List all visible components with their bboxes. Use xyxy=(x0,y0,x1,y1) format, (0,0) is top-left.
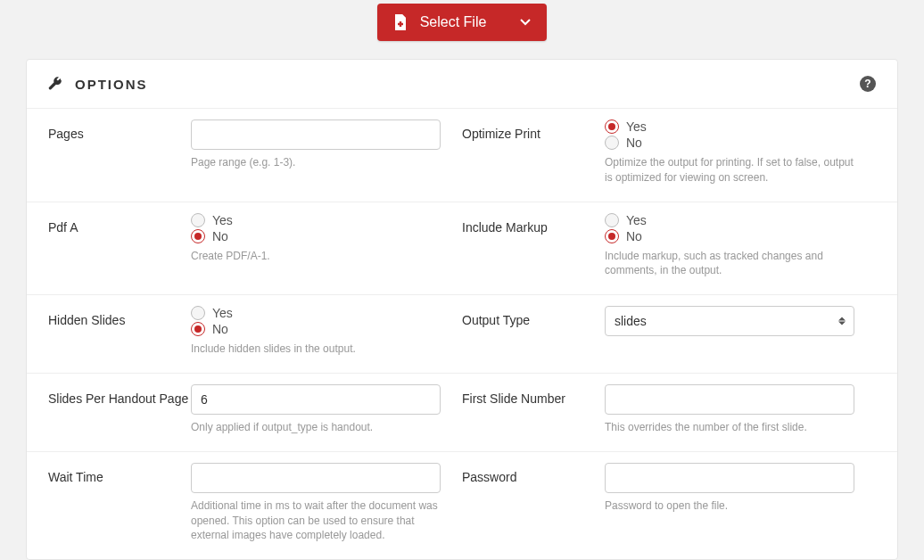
options-panel: OPTIONS ? Pages Page range (e.g. 1-3). O… xyxy=(26,59,898,560)
output-type-label: Output Type xyxy=(462,306,605,357)
row-hidden-outputtype: Hidden Slides Yes No Include hidden slid… xyxy=(27,294,897,373)
radio-label: No xyxy=(626,136,642,150)
radio-label: No xyxy=(212,229,228,243)
radio-label: Yes xyxy=(626,119,647,134)
pdfa-label: Pdf A xyxy=(48,213,191,279)
select-file-section: Select File xyxy=(0,0,924,59)
include-markup-help: Include markup, such as tracked changes … xyxy=(605,249,854,279)
optimize-print-label: Optimize Print xyxy=(462,119,605,185)
select-file-button[interactable]: Select File xyxy=(377,4,548,41)
slides-per-handout-label: Slides Per Handout Page xyxy=(48,384,191,435)
file-add-icon xyxy=(393,14,408,30)
slides-per-handout-input[interactable] xyxy=(191,384,441,415)
help-icon[interactable]: ? xyxy=(860,76,876,92)
pdfa-radio-group: Yes No xyxy=(191,213,441,243)
hidden-slides-label: Hidden Slides xyxy=(48,306,191,357)
radio-icon xyxy=(605,213,619,227)
wait-time-help: Additional time in ms to wait after the … xyxy=(191,498,441,543)
optimize-print-no[interactable]: No xyxy=(605,136,854,150)
hidden-slides-help: Include hidden slides in the output. xyxy=(191,342,441,357)
hidden-slides-no[interactable]: No xyxy=(191,322,441,336)
pages-label: Pages xyxy=(48,119,191,185)
hidden-slides-radio-group: Yes No xyxy=(191,306,441,336)
password-help: Password to open the file. xyxy=(605,498,854,514)
optimize-print-radio-group: Yes No xyxy=(605,119,854,150)
password-input[interactable] xyxy=(605,463,854,493)
row-pages-optimize: Pages Page range (e.g. 1-3). Optimize Pr… xyxy=(27,108,897,202)
radio-icon xyxy=(191,229,205,243)
chevron-down-icon xyxy=(499,19,531,26)
row-waittime-password: Wait Time Additional time in ms to wait … xyxy=(27,451,897,559)
pdfa-yes[interactable]: Yes xyxy=(191,213,441,227)
radio-label: Yes xyxy=(212,306,233,320)
radio-icon xyxy=(191,213,205,227)
first-slide-number-help: This overrides the number of the first s… xyxy=(605,420,854,435)
wait-time-input[interactable] xyxy=(191,463,441,493)
first-slide-number-input[interactable] xyxy=(605,384,854,415)
optimize-print-yes[interactable]: Yes xyxy=(605,119,854,134)
hidden-slides-yes[interactable]: Yes xyxy=(191,306,441,320)
radio-icon xyxy=(605,119,619,134)
options-title: OPTIONS xyxy=(75,77,148,92)
radio-icon xyxy=(191,306,205,320)
wrench-icon xyxy=(48,77,62,91)
row-pdfa-markup: Pdf A Yes No Create PDF/A-1. xyxy=(27,202,897,295)
optimize-print-help: Optimize the output for printing. If set… xyxy=(605,155,854,185)
select-file-label: Select File xyxy=(420,14,487,30)
include-markup-radio-group: Yes No xyxy=(605,213,854,243)
radio-label: Yes xyxy=(626,213,647,227)
first-slide-number-label: First Slide Number xyxy=(462,384,605,435)
options-header: OPTIONS ? xyxy=(27,60,897,108)
radio-icon xyxy=(191,322,205,336)
slides-per-handout-help: Only applied if output_type is handout. xyxy=(191,420,441,435)
output-type-select[interactable]: slides xyxy=(605,306,854,336)
radio-label: No xyxy=(626,229,642,243)
pages-input[interactable] xyxy=(191,119,441,150)
radio-label: No xyxy=(212,322,228,336)
row-handout-firstslide: Slides Per Handout Page Only applied if … xyxy=(27,373,897,451)
pdfa-help: Create PDF/A-1. xyxy=(191,249,441,264)
radio-icon xyxy=(605,136,619,150)
include-markup-label: Include Markup xyxy=(462,213,605,279)
radio-label: Yes xyxy=(212,213,233,227)
password-label: Password xyxy=(462,463,605,543)
include-markup-no[interactable]: No xyxy=(605,229,854,243)
radio-icon xyxy=(605,229,619,243)
pdfa-no[interactable]: No xyxy=(191,229,441,243)
pages-help: Page range (e.g. 1-3). xyxy=(191,155,441,170)
svg-rect-1 xyxy=(398,23,403,25)
include-markup-yes[interactable]: Yes xyxy=(605,213,854,227)
wait-time-label: Wait Time xyxy=(48,463,191,543)
